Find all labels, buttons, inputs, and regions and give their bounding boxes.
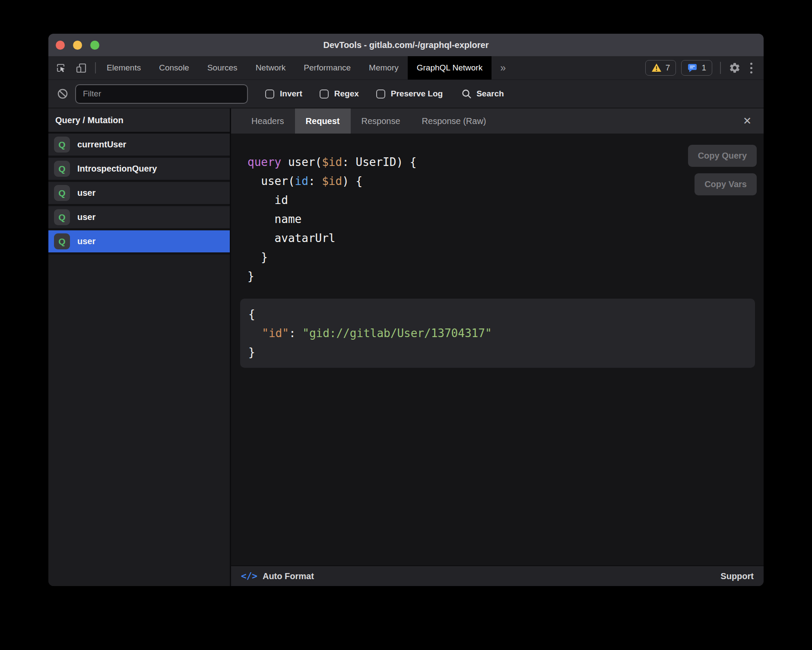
query-type-badge: Q bbox=[54, 185, 70, 201]
warnings-badge[interactable]: 7 bbox=[645, 60, 676, 76]
filter-input[interactable] bbox=[75, 84, 248, 104]
query-list-panel: Query / Mutation QcurrentUserQIntrospect… bbox=[48, 108, 231, 586]
more-tabs-icon[interactable]: » bbox=[492, 56, 514, 80]
detail-tab-response-raw[interactable]: Response (Raw) bbox=[411, 108, 497, 134]
close-panel-icon[interactable]: ✕ bbox=[739, 113, 755, 129]
code-line: } bbox=[247, 248, 755, 267]
detail-tab-request[interactable]: Request bbox=[295, 108, 351, 134]
tab-memory[interactable]: Memory bbox=[360, 56, 408, 80]
message-icon bbox=[687, 63, 698, 73]
query-type-badge: Q bbox=[54, 233, 70, 249]
devtools-toolbar: ElementsConsoleSourcesNetworkPerformance… bbox=[48, 56, 764, 80]
traffic-lights bbox=[56, 41, 99, 50]
code-line: id bbox=[247, 191, 755, 210]
query-name: IntrospectionQuery bbox=[77, 164, 157, 174]
query-list-item[interactable]: Quser bbox=[48, 230, 230, 255]
issues-badge[interactable]: 1 bbox=[681, 60, 712, 76]
checkbox-box[interactable] bbox=[265, 89, 274, 99]
checkbox-label: Regex bbox=[334, 89, 359, 99]
filter-toolbar: InvertRegexPreserve Log Search bbox=[48, 80, 764, 108]
detail-footer: </> Auto Format Support bbox=[231, 565, 764, 586]
minimize-window-button[interactable] bbox=[73, 41, 82, 50]
detail-tab-strip: HeadersRequestResponseResponse (Raw) ✕ bbox=[231, 108, 764, 134]
checkbox-invert[interactable]: Invert bbox=[265, 89, 302, 99]
checkbox-box[interactable] bbox=[320, 89, 329, 99]
checkbox-regex[interactable]: Regex bbox=[320, 89, 359, 99]
code-line: avatarUrl bbox=[247, 229, 755, 248]
detail-panel: HeadersRequestResponseResponse (Raw) ✕ q… bbox=[231, 108, 764, 586]
query-name: user bbox=[77, 212, 95, 222]
warning-count: 7 bbox=[666, 63, 670, 73]
code-line: name bbox=[247, 210, 755, 229]
query-type-badge: Q bbox=[54, 209, 70, 225]
query-list: QcurrentUserQIntrospectionQueryQuserQuse… bbox=[48, 134, 230, 255]
more-options-icon[interactable] bbox=[746, 61, 757, 75]
query-list-item[interactable]: Quser bbox=[48, 206, 230, 230]
search-label: Search bbox=[476, 89, 504, 99]
code-line: { bbox=[248, 305, 755, 324]
tab-console[interactable]: Console bbox=[150, 56, 198, 80]
checkbox-label: Preserve Log bbox=[391, 89, 443, 99]
support-link[interactable]: Support bbox=[720, 571, 754, 581]
graphql-variables-box: { "id": "gid://gitlab/User/13704317"} bbox=[240, 299, 755, 368]
checkbox-box[interactable] bbox=[376, 89, 385, 99]
request-view: query user($id: UserID) { user(id: $id) … bbox=[231, 134, 764, 565]
detail-tab-response[interactable]: Response bbox=[351, 108, 411, 134]
toolbar-divider bbox=[95, 62, 96, 73]
tab-performance[interactable]: Performance bbox=[295, 56, 360, 80]
detail-tab-headers[interactable]: Headers bbox=[241, 108, 295, 134]
tab-network[interactable]: Network bbox=[247, 56, 295, 80]
warning-icon bbox=[651, 63, 662, 73]
search-icon bbox=[462, 89, 472, 99]
checkbox-label: Invert bbox=[280, 89, 302, 99]
copy-query-button[interactable]: Copy Query bbox=[688, 145, 757, 167]
auto-format-button[interactable]: </> Auto Format bbox=[241, 571, 314, 581]
query-list-item[interactable]: QIntrospectionQuery bbox=[48, 158, 230, 182]
query-list-header: Query / Mutation bbox=[48, 108, 230, 134]
zoom-window-button[interactable] bbox=[90, 41, 99, 50]
code-line: } bbox=[247, 267, 755, 286]
checkbox-preserve-log[interactable]: Preserve Log bbox=[376, 89, 443, 99]
code-brackets-icon: </> bbox=[241, 571, 257, 581]
toolbar-divider bbox=[720, 62, 721, 74]
code-line: user(id: $id) { bbox=[247, 172, 755, 191]
settings-gear-icon[interactable] bbox=[729, 62, 741, 74]
copy-vars-button[interactable]: Copy Vars bbox=[695, 173, 757, 195]
code-line: "id": "gid://gitlab/User/13704317" bbox=[248, 324, 755, 343]
query-list-item[interactable]: Quser bbox=[48, 182, 230, 206]
tab-elements[interactable]: Elements bbox=[98, 56, 150, 80]
tab-graphql-network[interactable]: GraphQL Network bbox=[408, 56, 492, 80]
tab-sources[interactable]: Sources bbox=[198, 56, 247, 80]
window-titlebar: DevTools - gitlab.com/-/graphql-explorer bbox=[48, 34, 764, 56]
query-name: currentUser bbox=[77, 140, 126, 150]
clear-filter-icon[interactable] bbox=[57, 88, 68, 99]
inspect-element-icon[interactable] bbox=[55, 62, 67, 74]
query-type-badge: Q bbox=[54, 161, 70, 177]
close-window-button[interactable] bbox=[56, 41, 65, 50]
device-toolbar-icon[interactable] bbox=[76, 62, 87, 74]
query-list-item[interactable]: QcurrentUser bbox=[48, 134, 230, 158]
auto-format-label: Auto Format bbox=[263, 571, 314, 581]
devtools-window: DevTools - gitlab.com/-/graphql-explorer… bbox=[48, 34, 764, 586]
graphql-query-code: query user($id: UserID) { user(id: $id) … bbox=[247, 153, 755, 286]
devtools-tab-strip: ElementsConsoleSourcesNetworkPerformance… bbox=[98, 56, 492, 80]
issue-count: 1 bbox=[701, 63, 706, 73]
search-toggle[interactable]: Search bbox=[462, 89, 504, 99]
window-title: DevTools - gitlab.com/-/graphql-explorer bbox=[48, 40, 764, 50]
code-line: query user($id: UserID) { bbox=[247, 153, 755, 172]
code-line: } bbox=[248, 343, 755, 362]
query-type-badge: Q bbox=[54, 137, 70, 153]
query-name: user bbox=[77, 188, 95, 198]
query-name: user bbox=[77, 236, 95, 246]
